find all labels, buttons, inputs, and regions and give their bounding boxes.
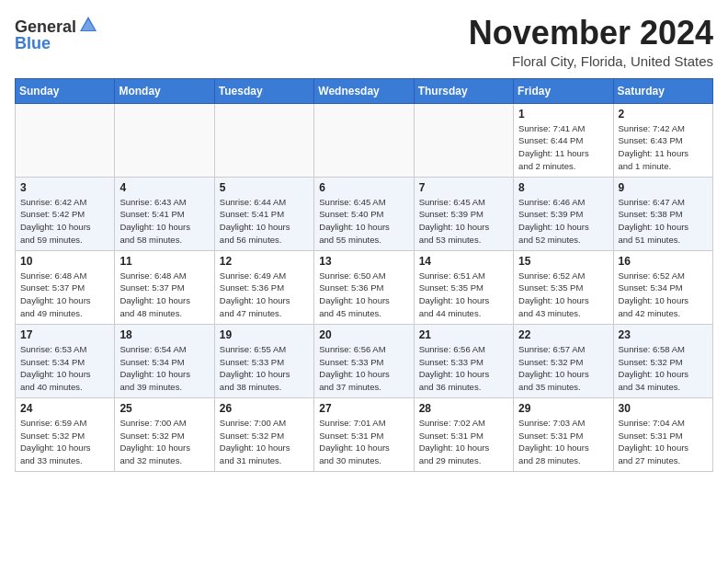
day-number: 23 — [619, 328, 708, 341]
day-number: 12 — [220, 255, 309, 268]
day-info: Sunrise: 7:02 AM Sunset: 5:31 PM Dayligh… — [419, 417, 508, 467]
day-info: Sunrise: 6:52 AM Sunset: 5:35 PM Dayligh… — [518, 270, 608, 320]
day-info: Sunrise: 6:43 AM Sunset: 5:41 PM Dayligh… — [119, 196, 209, 247]
day-info: Sunrise: 7:04 AM Sunset: 5:31 PM Dayligh… — [619, 417, 708, 467]
logo: General Blue — [15, 15, 98, 52]
calendar-cell: 23Sunrise: 6:58 AM Sunset: 5:32 PM Dayli… — [613, 324, 712, 397]
title-block: November 2024 Floral City, Florida, Unit… — [469, 15, 713, 69]
day-number: 8 — [518, 181, 608, 194]
weekday-header-tuesday: Tuesday — [214, 78, 313, 103]
day-info: Sunrise: 6:45 AM Sunset: 5:40 PM Dayligh… — [319, 196, 408, 247]
day-info: Sunrise: 6:52 AM Sunset: 5:34 PM Dayligh… — [619, 270, 708, 320]
calendar-cell: 21Sunrise: 6:56 AM Sunset: 5:33 PM Dayli… — [414, 324, 513, 397]
logo-blue-text: Blue — [15, 35, 51, 52]
day-info: Sunrise: 6:45 AM Sunset: 5:39 PM Dayligh… — [419, 196, 508, 247]
day-number: 15 — [518, 255, 608, 268]
day-number: 27 — [319, 402, 408, 415]
day-number: 19 — [220, 328, 309, 341]
day-number: 4 — [119, 181, 209, 194]
calendar-cell: 6Sunrise: 6:45 AM Sunset: 5:40 PM Daylig… — [314, 177, 414, 250]
calendar-cell: 27Sunrise: 7:01 AM Sunset: 5:31 PM Dayli… — [314, 397, 414, 471]
calendar-week-row-3: 10Sunrise: 6:48 AM Sunset: 5:37 PM Dayli… — [16, 250, 713, 324]
day-info: Sunrise: 6:50 AM Sunset: 5:36 PM Dayligh… — [319, 270, 408, 320]
day-number: 2 — [619, 108, 708, 121]
day-info: Sunrise: 7:03 AM Sunset: 5:31 PM Dayligh… — [518, 417, 608, 467]
calendar-cell: 30Sunrise: 7:04 AM Sunset: 5:31 PM Dayli… — [613, 397, 712, 471]
day-info: Sunrise: 6:42 AM Sunset: 5:42 PM Dayligh… — [20, 196, 109, 247]
day-number: 26 — [220, 402, 309, 415]
calendar-cell: 7Sunrise: 6:45 AM Sunset: 5:39 PM Daylig… — [414, 177, 513, 250]
day-number: 29 — [518, 402, 608, 415]
weekday-header-saturday: Saturday — [613, 78, 712, 103]
calendar-cell: 12Sunrise: 6:49 AM Sunset: 5:36 PM Dayli… — [214, 250, 313, 324]
calendar-cell: 9Sunrise: 6:47 AM Sunset: 5:38 PM Daylig… — [613, 177, 712, 250]
calendar-cell: 10Sunrise: 6:48 AM Sunset: 5:37 PM Dayli… — [16, 250, 115, 324]
calendar-cell: 4Sunrise: 6:43 AM Sunset: 5:41 PM Daylig… — [115, 177, 214, 250]
day-info: Sunrise: 7:00 AM Sunset: 5:32 PM Dayligh… — [220, 417, 309, 467]
day-number: 10 — [20, 255, 109, 268]
header: General Blue November 2024 Floral City, … — [15, 15, 713, 69]
calendar-cell: 1Sunrise: 7:41 AM Sunset: 6:44 PM Daylig… — [514, 103, 613, 177]
calendar-cell: 26Sunrise: 7:00 AM Sunset: 5:32 PM Dayli… — [214, 397, 313, 471]
day-info: Sunrise: 6:48 AM Sunset: 5:37 PM Dayligh… — [20, 270, 109, 320]
calendar-cell: 15Sunrise: 6:52 AM Sunset: 5:35 PM Dayli… — [514, 250, 613, 324]
day-number: 5 — [220, 181, 309, 194]
calendar-cell: 16Sunrise: 6:52 AM Sunset: 5:34 PM Dayli… — [613, 250, 712, 324]
calendar-cell: 8Sunrise: 6:46 AM Sunset: 5:39 PM Daylig… — [514, 177, 613, 250]
weekday-header-friday: Friday — [514, 78, 613, 103]
logo-icon — [78, 15, 98, 35]
day-number: 1 — [518, 108, 608, 121]
day-info: Sunrise: 6:49 AM Sunset: 5:36 PM Dayligh… — [220, 270, 309, 320]
logo-general: General — [15, 18, 76, 35]
weekday-header-wednesday: Wednesday — [314, 78, 414, 103]
weekday-header-thursday: Thursday — [414, 78, 513, 103]
day-info: Sunrise: 6:55 AM Sunset: 5:33 PM Dayligh… — [220, 343, 309, 394]
logo-blue: Blue — [15, 35, 51, 52]
calendar-week-row-4: 17Sunrise: 6:53 AM Sunset: 5:34 PM Dayli… — [16, 324, 713, 397]
day-info: Sunrise: 6:47 AM Sunset: 5:38 PM Dayligh… — [619, 196, 708, 247]
location: Floral City, Florida, United States — [469, 53, 713, 69]
day-number: 13 — [319, 255, 408, 268]
calendar-cell: 14Sunrise: 6:51 AM Sunset: 5:35 PM Dayli… — [414, 250, 513, 324]
calendar-cell — [115, 103, 214, 177]
calendar-cell — [414, 103, 513, 177]
day-info: Sunrise: 6:46 AM Sunset: 5:39 PM Dayligh… — [518, 196, 608, 247]
logo-text: General — [15, 15, 98, 35]
day-info: Sunrise: 6:44 AM Sunset: 5:41 PM Dayligh… — [220, 196, 309, 247]
day-info: Sunrise: 6:54 AM Sunset: 5:34 PM Dayligh… — [119, 343, 209, 394]
day-info: Sunrise: 6:56 AM Sunset: 5:33 PM Dayligh… — [319, 343, 408, 394]
day-info: Sunrise: 6:57 AM Sunset: 5:32 PM Dayligh… — [518, 343, 608, 394]
day-number: 6 — [319, 181, 408, 194]
calendar-cell — [16, 103, 115, 177]
day-number: 16 — [619, 255, 708, 268]
weekday-header-row: SundayMondayTuesdayWednesdayThursdayFrid… — [16, 78, 713, 103]
calendar-week-row-5: 24Sunrise: 6:59 AM Sunset: 5:32 PM Dayli… — [16, 397, 713, 471]
day-info: Sunrise: 7:42 AM Sunset: 6:43 PM Dayligh… — [619, 122, 708, 173]
day-number: 14 — [419, 255, 508, 268]
day-number: 17 — [20, 328, 109, 341]
day-info: Sunrise: 7:00 AM Sunset: 5:32 PM Dayligh… — [119, 417, 209, 467]
day-info: Sunrise: 6:53 AM Sunset: 5:34 PM Dayligh… — [20, 343, 109, 394]
day-number: 20 — [319, 328, 408, 341]
calendar-cell: 28Sunrise: 7:02 AM Sunset: 5:31 PM Dayli… — [414, 397, 513, 471]
calendar-cell: 19Sunrise: 6:55 AM Sunset: 5:33 PM Dayli… — [214, 324, 313, 397]
calendar-cell: 22Sunrise: 6:57 AM Sunset: 5:32 PM Dayli… — [514, 324, 613, 397]
calendar-week-row-1: 1Sunrise: 7:41 AM Sunset: 6:44 PM Daylig… — [16, 103, 713, 177]
day-number: 21 — [419, 328, 508, 341]
weekday-header-sunday: Sunday — [16, 78, 115, 103]
calendar-cell: 2Sunrise: 7:42 AM Sunset: 6:43 PM Daylig… — [613, 103, 712, 177]
calendar-cell: 5Sunrise: 6:44 AM Sunset: 5:41 PM Daylig… — [214, 177, 313, 250]
day-info: Sunrise: 7:01 AM Sunset: 5:31 PM Dayligh… — [319, 417, 408, 467]
calendar-cell: 29Sunrise: 7:03 AM Sunset: 5:31 PM Dayli… — [514, 397, 613, 471]
day-info: Sunrise: 6:59 AM Sunset: 5:32 PM Dayligh… — [20, 417, 109, 467]
day-number: 18 — [119, 328, 209, 341]
calendar-cell: 25Sunrise: 7:00 AM Sunset: 5:32 PM Dayli… — [115, 397, 214, 471]
weekday-header-monday: Monday — [115, 78, 214, 103]
calendar-table: SundayMondayTuesdayWednesdayThursdayFrid… — [15, 78, 713, 472]
calendar-cell: 18Sunrise: 6:54 AM Sunset: 5:34 PM Dayli… — [115, 324, 214, 397]
day-info: Sunrise: 6:58 AM Sunset: 5:32 PM Dayligh… — [619, 343, 708, 394]
day-number: 22 — [518, 328, 608, 341]
day-info: Sunrise: 6:48 AM Sunset: 5:37 PM Dayligh… — [119, 270, 209, 320]
day-info: Sunrise: 7:41 AM Sunset: 6:44 PM Dayligh… — [518, 122, 608, 173]
day-number: 7 — [419, 181, 508, 194]
